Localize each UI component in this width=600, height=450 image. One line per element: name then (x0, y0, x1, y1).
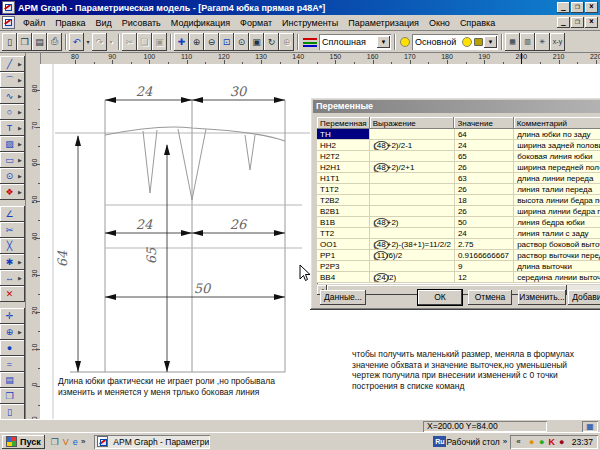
comment-cell[interactable]: середина линии выточки (514, 272, 600, 283)
cut-icon[interactable]: ✂ (122, 33, 137, 51)
column-header-2[interactable]: Выражение (370, 117, 455, 129)
undo-dropdown-icon[interactable]: ▾ (84, 33, 92, 51)
winamp-icon[interactable]: V (63, 435, 69, 449)
chevron-left-icon[interactable]: « (516, 437, 520, 446)
flyout-arrow-icon[interactable]: ▶ (18, 275, 22, 281)
expression-cell[interactable]: (48+2)/2-1 (370, 140, 455, 151)
desktop-toolbar-label[interactable]: Рабочий стол (446, 437, 499, 447)
expression-cell[interactable]: (11/6)/2 (370, 250, 455, 261)
blocks-icon[interactable]: ▦ (505, 33, 520, 51)
comment-cell[interactable]: длина выточки (514, 261, 600, 272)
table-row[interactable]: B1B(48+2)50линия бедра юбки (317, 217, 600, 228)
variable-name-cell[interactable]: T2B2 (317, 195, 370, 206)
value-cell[interactable]: 64 (454, 129, 513, 140)
redo-dropdown-icon[interactable]: ▾ (107, 33, 115, 51)
cancel-button[interactable]: Отмена (468, 290, 512, 305)
tray-agent-icon[interactable]: ● (557, 435, 567, 449)
variable-name-cell[interactable]: B1B (317, 217, 370, 228)
zoom-out-icon[interactable]: ⊖ (204, 33, 219, 51)
language-indicator[interactable]: Ru (433, 436, 446, 447)
expression-cell[interactable] (370, 151, 455, 162)
tray-kaspersky-icon[interactable]: K (547, 435, 557, 449)
comment-cell[interactable]: ширина передней половинк (514, 162, 600, 173)
chevron-down-icon[interactable]: ▼ (377, 36, 390, 48)
pan-icon[interactable]: ✚ (174, 33, 189, 51)
table-row[interactable]: OO1(48+2)-(38+1)=11/2/22.75раствор боков… (317, 239, 600, 250)
flyout-arrow-icon[interactable]: ▶ (18, 125, 22, 131)
expression-cell[interactable]: (24/2) (370, 272, 455, 283)
add-button[interactable]: Добавить (568, 290, 600, 305)
expression-cell[interactable] (370, 129, 455, 140)
delete-tool-button[interactable]: ✕ (0, 286, 25, 302)
expression-cell[interactable]: (48+2) (370, 217, 455, 228)
ok-button[interactable]: ОК (418, 290, 462, 305)
comment-cell[interactable]: линия бедра юбки (514, 217, 600, 228)
flyout-arrow-icon[interactable]: ▶ (18, 173, 22, 179)
value-cell[interactable]: 26 (454, 184, 513, 195)
zoom-in-icon[interactable]: ⊕ (189, 33, 204, 51)
zoom-tool-button[interactable]: ⊕▶ (0, 324, 25, 340)
comment-cell[interactable]: боковая линия юбки (514, 151, 600, 162)
variable-name-cell[interactable]: T1T2 (317, 184, 370, 195)
zoom-all-icon[interactable]: ⊕ (279, 33, 294, 51)
angle-tool-button[interactable]: ∠ (0, 206, 25, 222)
redo-icon[interactable]: ↷ (92, 33, 107, 51)
tray-coin-icon[interactable]: ● (527, 435, 537, 449)
flyout-arrow-icon[interactable]: ▶ (18, 61, 22, 67)
layer-combo[interactable]: Основной ▼ (412, 34, 498, 50)
comment-cell[interactable]: ширина задней половинки ю (514, 140, 600, 151)
column-header-1[interactable]: Переменная (317, 117, 370, 129)
node-tool-button[interactable]: ✱▶ (0, 254, 25, 270)
expression-cell[interactable] (370, 261, 455, 272)
flyout-arrow-icon[interactable]: ▶ (18, 157, 22, 163)
column-header-3[interactable]: Значение (454, 117, 513, 129)
table-row[interactable]: T1T226линия талии переда (317, 184, 600, 195)
table-row[interactable]: H2T265боковая линия юбки (317, 151, 600, 162)
variable-name-cell[interactable]: BB4 (317, 272, 370, 283)
table-row[interactable]: HH2(48+2)/2-124ширина задней половинки ю (317, 140, 600, 151)
variable-name-cell[interactable]: H2T2 (317, 151, 370, 162)
edit-button[interactable]: Изменить... (518, 290, 566, 305)
save-icon[interactable]: ▤ (32, 33, 47, 51)
value-cell[interactable]: 26 (454, 206, 513, 217)
rectangle-tool-button[interactable]: ▭▶ (0, 152, 25, 168)
copy-icon[interactable]: ❏ (137, 33, 152, 51)
menu-item-6[interactable]: Формат (235, 17, 277, 29)
column-header-4[interactable]: Комментарий (514, 117, 600, 129)
redraw-icon[interactable]: ↻ (264, 33, 279, 51)
restore-icon[interactable]: ❐ (571, 2, 584, 13)
flyout-arrow-icon[interactable]: ▶ (18, 77, 22, 83)
start-button[interactable]: Пуск (2, 435, 45, 449)
value-cell[interactable]: 2.75 (454, 239, 513, 250)
value-cell[interactable]: 24 (454, 228, 513, 239)
chevron-right-icon[interactable]: » (81, 437, 85, 446)
variable-name-cell[interactable]: H2H1 (317, 162, 370, 173)
value-cell[interactable]: 24 (454, 140, 513, 151)
tray-icq-icon[interactable]: ● (537, 435, 547, 449)
flyout-arrow-icon[interactable]: ▶ (18, 259, 22, 265)
block-tool-button[interactable]: ❖▶ (0, 184, 25, 200)
value-cell[interactable]: 50 (454, 217, 513, 228)
menu-item-10[interactable]: Справка (455, 17, 500, 29)
value-cell[interactable]: 18 (454, 195, 513, 206)
circle-tool-button[interactable]: ○▶ (0, 104, 25, 120)
comment-cell[interactable]: линия талии переда (514, 184, 600, 195)
layers-tool-button[interactable]: ▤ (0, 372, 25, 388)
ie-icon[interactable]: e (73, 435, 78, 449)
zoom-sheet-icon[interactable]: ▣ (249, 33, 264, 51)
table-row[interactable]: TH64длина юбки по заду (317, 129, 600, 140)
close-icon[interactable]: × (585, 2, 598, 13)
mdi-minimize-icon[interactable]: _ (557, 17, 570, 28)
table-row[interactable]: PP1(11/6)/20.9166666667раствор выточки п… (317, 250, 600, 261)
minimize-icon[interactable]: _ (557, 2, 570, 13)
expression-cell[interactable]: (48+2)/2+1 (370, 162, 455, 173)
menu-item-4[interactable]: Рисовать (117, 17, 166, 29)
value-cell[interactable]: 65 (454, 151, 513, 162)
menu-item-8[interactable]: Параметризация (343, 17, 424, 29)
show-desktop-icon[interactable]: ❐ (51, 435, 59, 449)
document-icon[interactable] (2, 16, 15, 29)
new-icon[interactable]: ▯ (2, 33, 17, 51)
expression-cell[interactable] (370, 184, 455, 195)
snap-icon[interactable]: ✳ (535, 33, 550, 51)
expression-cell[interactable] (370, 228, 455, 239)
